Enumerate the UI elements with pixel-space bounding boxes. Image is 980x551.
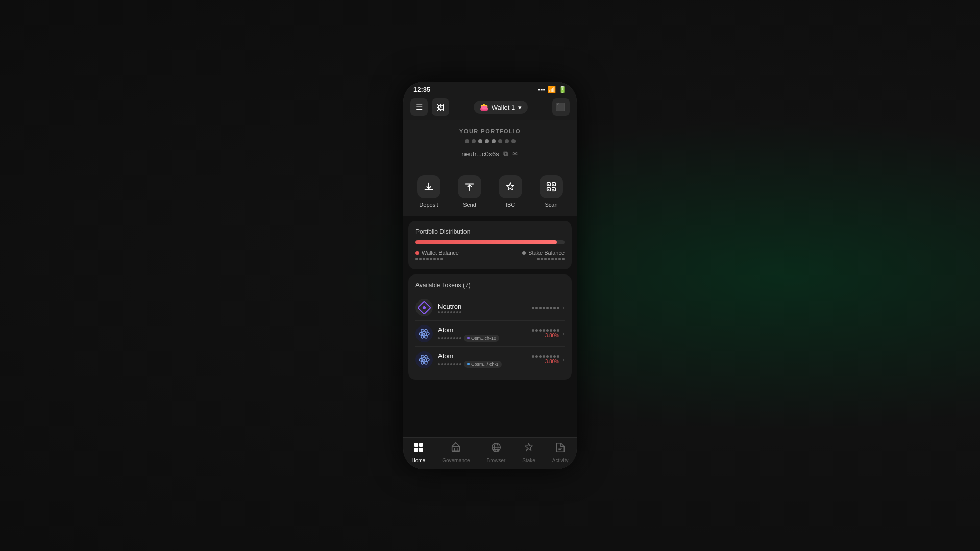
neutron-value bbox=[532, 307, 559, 309]
bottom-nav: Home Governance bbox=[403, 437, 577, 469]
atom-osm-chain: Osm...ch-10 bbox=[464, 335, 499, 342]
nav-governance[interactable]: Governance bbox=[438, 442, 474, 463]
wallet-emoji: 👛 bbox=[480, 103, 488, 111]
scan-icon bbox=[546, 181, 557, 192]
browser-icon bbox=[491, 442, 502, 456]
atom-osm-name: Atom bbox=[438, 326, 532, 334]
dot-3 bbox=[478, 139, 482, 143]
neutron-icon bbox=[415, 299, 433, 316]
svg-rect-4 bbox=[548, 184, 549, 185]
header-left: ☰ 🖼 bbox=[410, 98, 449, 116]
atom-osm-chevron: › bbox=[562, 330, 565, 337]
tokens-count: 7 bbox=[465, 282, 469, 289]
svg-line-25 bbox=[456, 443, 459, 446]
atom-osm-right: -3.80% › bbox=[532, 329, 565, 338]
atom-cosm-svg bbox=[418, 354, 430, 366]
neutron-amount bbox=[532, 307, 559, 309]
stake-balance-legend: Stake Balance bbox=[522, 249, 565, 256]
token-item-atom-osm[interactable]: Atom Osm...ch-10 bbox=[415, 321, 565, 347]
svg-rect-23 bbox=[452, 446, 460, 451]
stake-label: Stake bbox=[522, 458, 535, 463]
phone-frame: 12:35 ▪▪▪ 📶 🔋 ☰ 🖼 👛 Wallet 1 ▾ ⬛ Y bbox=[403, 82, 577, 469]
svg-rect-21 bbox=[414, 448, 418, 452]
dot-6 bbox=[498, 139, 502, 143]
tokens-title-text: Available Tokens ( bbox=[415, 282, 465, 289]
scan-icon-wrap bbox=[540, 175, 563, 198]
atom-osm-icon bbox=[415, 325, 433, 342]
scan-button[interactable]: Scan bbox=[540, 175, 563, 208]
governance-label: Governance bbox=[442, 458, 470, 463]
menu-button[interactable]: ☰ bbox=[410, 98, 428, 116]
atom-cosm-sub: Cosm.../ ch-1 bbox=[438, 361, 532, 368]
deposit-button[interactable]: Deposit bbox=[417, 175, 440, 208]
neutron-sub-dots bbox=[438, 311, 461, 313]
atom-osm-chain-label: Osm...ch-10 bbox=[471, 336, 496, 341]
qr-icon: ⬛ bbox=[556, 103, 566, 112]
atom-cosm-sub-dots bbox=[438, 363, 461, 365]
copy-icon[interactable]: ⧉ bbox=[503, 149, 508, 158]
portfolio-distribution-card: Portfolio Distribution Wallet Balance St… bbox=[408, 221, 572, 269]
atom-osm-value: -3.80% bbox=[532, 329, 559, 338]
wallet-selector[interactable]: 👛 Wallet 1 ▾ bbox=[474, 101, 528, 114]
portfolio-dots bbox=[413, 139, 567, 143]
stake-icon bbox=[523, 442, 534, 456]
nav-stake[interactable]: Stake bbox=[518, 442, 540, 463]
dot-8 bbox=[511, 139, 516, 143]
home-icon bbox=[413, 442, 424, 456]
wallet-balance-dot bbox=[415, 251, 419, 255]
nav-browser[interactable]: Browser bbox=[483, 442, 510, 463]
ibc-icon bbox=[505, 181, 516, 192]
send-button[interactable]: Send bbox=[458, 175, 481, 208]
nav-activity[interactable]: Activity bbox=[548, 442, 573, 463]
actions-section: Deposit Send IBC bbox=[403, 168, 577, 216]
tokens-title-close: ) bbox=[469, 282, 471, 289]
wallet-balance-label: Wallet Balance bbox=[422, 249, 459, 256]
neutron-right: › bbox=[532, 304, 565, 311]
dropdown-icon: ▾ bbox=[518, 104, 522, 111]
balance-legend: Wallet Balance Stake Balance bbox=[415, 249, 565, 256]
balance-values bbox=[415, 258, 565, 260]
scroll-content: YOUR PORTFOLIO neutr...c0x6s ⧉ 👁 bbox=[403, 120, 577, 437]
nav-home[interactable]: Home bbox=[407, 442, 429, 463]
home-label: Home bbox=[411, 458, 425, 463]
deposit-icon-wrap bbox=[417, 175, 440, 198]
atom-cosm-info: Atom Cosm.../ ch-1 bbox=[438, 352, 532, 368]
gallery-button[interactable]: 🖼 bbox=[432, 98, 449, 116]
svg-rect-19 bbox=[414, 443, 418, 447]
battery-icon: 🔋 bbox=[558, 86, 567, 93]
atom-osm-info: Atom Osm...ch-10 bbox=[438, 326, 532, 342]
qr-button[interactable]: ⬛ bbox=[552, 98, 570, 116]
status-bar: 12:35 ▪▪▪ 📶 🔋 bbox=[403, 82, 577, 95]
svg-rect-6 bbox=[548, 189, 549, 190]
stake-balance-dot bbox=[522, 251, 526, 255]
wallet-balance-value bbox=[415, 258, 443, 260]
send-icon-wrap bbox=[458, 175, 481, 198]
dot-2 bbox=[472, 139, 476, 143]
hide-icon[interactable]: 👁 bbox=[512, 150, 519, 158]
atom-osm-sub-dots bbox=[438, 337, 461, 339]
atom-cosm-chain: Cosm.../ ch-1 bbox=[464, 361, 502, 368]
scan-label: Scan bbox=[545, 202, 557, 208]
svg-point-14 bbox=[423, 333, 425, 335]
status-time: 12:35 bbox=[413, 86, 430, 93]
svg-marker-0 bbox=[507, 183, 514, 190]
svg-rect-22 bbox=[419, 448, 423, 452]
status-icons: ▪▪▪ 📶 🔋 bbox=[538, 86, 567, 93]
dot-5 bbox=[492, 139, 496, 143]
ibc-button[interactable]: IBC bbox=[499, 175, 522, 208]
ibc-icon-wrap bbox=[499, 175, 522, 198]
token-item-atom-cosm[interactable]: Atom Cosm.../ ch-1 bbox=[415, 347, 565, 372]
wifi-icon: 📶 bbox=[548, 86, 556, 93]
neutron-info: Neutron bbox=[438, 303, 532, 313]
available-tokens-card: Available Tokens (7) Neutron bbox=[408, 274, 572, 380]
token-item-neutron[interactable]: Neutron › bbox=[415, 295, 565, 321]
atom-cosm-change: -3.80% bbox=[532, 359, 559, 364]
activity-label: Activity bbox=[552, 458, 569, 463]
portfolio-label: YOUR PORTFOLIO bbox=[413, 128, 567, 134]
atom-cosm-chain-label: Cosm.../ ch-1 bbox=[471, 362, 499, 367]
atom-cosm-amount bbox=[532, 355, 559, 358]
atom-cosm-chevron: › bbox=[562, 356, 565, 363]
deposit-icon bbox=[423, 181, 434, 192]
atom-osm-svg bbox=[418, 328, 430, 340]
atom-cosm-right: -3.80% › bbox=[532, 355, 565, 364]
